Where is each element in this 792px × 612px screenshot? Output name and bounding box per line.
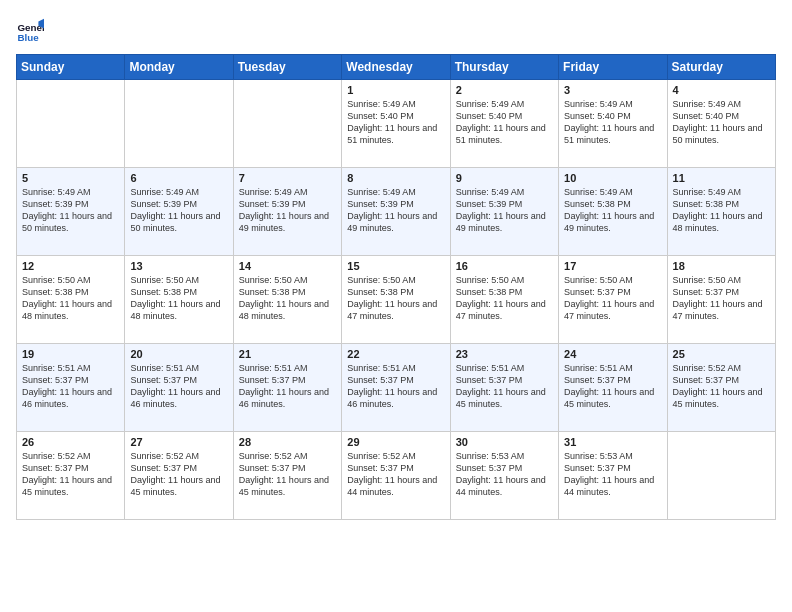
day-number: 18 bbox=[673, 260, 770, 272]
cell-info: Sunrise: 5:52 AMSunset: 5:37 PMDaylight:… bbox=[22, 450, 119, 499]
calendar-cell: 19Sunrise: 5:51 AMSunset: 5:37 PMDayligh… bbox=[17, 344, 125, 432]
calendar-cell: 29Sunrise: 5:52 AMSunset: 5:37 PMDayligh… bbox=[342, 432, 450, 520]
calendar-cell: 31Sunrise: 5:53 AMSunset: 5:37 PMDayligh… bbox=[559, 432, 667, 520]
cell-info: Sunrise: 5:53 AMSunset: 5:37 PMDaylight:… bbox=[456, 450, 553, 499]
calendar-cell: 27Sunrise: 5:52 AMSunset: 5:37 PMDayligh… bbox=[125, 432, 233, 520]
cell-info: Sunrise: 5:50 AMSunset: 5:38 PMDaylight:… bbox=[347, 274, 444, 323]
calendar-cell: 18Sunrise: 5:50 AMSunset: 5:37 PMDayligh… bbox=[667, 256, 775, 344]
calendar-cell bbox=[233, 80, 341, 168]
calendar-cell: 2Sunrise: 5:49 AMSunset: 5:40 PMDaylight… bbox=[450, 80, 558, 168]
day-number: 12 bbox=[22, 260, 119, 272]
day-number: 25 bbox=[673, 348, 770, 360]
day-number: 7 bbox=[239, 172, 336, 184]
calendar-cell: 15Sunrise: 5:50 AMSunset: 5:38 PMDayligh… bbox=[342, 256, 450, 344]
day-number: 1 bbox=[347, 84, 444, 96]
day-number: 26 bbox=[22, 436, 119, 448]
cell-info: Sunrise: 5:52 AMSunset: 5:37 PMDaylight:… bbox=[239, 450, 336, 499]
calendar-cell: 21Sunrise: 5:51 AMSunset: 5:37 PMDayligh… bbox=[233, 344, 341, 432]
day-number: 17 bbox=[564, 260, 661, 272]
calendar-cell: 9Sunrise: 5:49 AMSunset: 5:39 PMDaylight… bbox=[450, 168, 558, 256]
cell-info: Sunrise: 5:51 AMSunset: 5:37 PMDaylight:… bbox=[239, 362, 336, 411]
cell-info: Sunrise: 5:50 AMSunset: 5:38 PMDaylight:… bbox=[456, 274, 553, 323]
cell-info: Sunrise: 5:51 AMSunset: 5:37 PMDaylight:… bbox=[347, 362, 444, 411]
day-number: 10 bbox=[564, 172, 661, 184]
day-number: 16 bbox=[456, 260, 553, 272]
day-header-sunday: Sunday bbox=[17, 55, 125, 80]
calendar-cell: 17Sunrise: 5:50 AMSunset: 5:37 PMDayligh… bbox=[559, 256, 667, 344]
logo: General Blue bbox=[16, 16, 48, 44]
day-header-wednesday: Wednesday bbox=[342, 55, 450, 80]
day-number: 30 bbox=[456, 436, 553, 448]
calendar-cell: 30Sunrise: 5:53 AMSunset: 5:37 PMDayligh… bbox=[450, 432, 558, 520]
calendar-cell: 28Sunrise: 5:52 AMSunset: 5:37 PMDayligh… bbox=[233, 432, 341, 520]
cell-info: Sunrise: 5:49 AMSunset: 5:40 PMDaylight:… bbox=[456, 98, 553, 147]
calendar-cell: 6Sunrise: 5:49 AMSunset: 5:39 PMDaylight… bbox=[125, 168, 233, 256]
calendar-cell: 16Sunrise: 5:50 AMSunset: 5:38 PMDayligh… bbox=[450, 256, 558, 344]
day-number: 2 bbox=[456, 84, 553, 96]
day-number: 28 bbox=[239, 436, 336, 448]
cell-info: Sunrise: 5:50 AMSunset: 5:38 PMDaylight:… bbox=[22, 274, 119, 323]
day-number: 8 bbox=[347, 172, 444, 184]
day-number: 14 bbox=[239, 260, 336, 272]
day-number: 11 bbox=[673, 172, 770, 184]
cell-info: Sunrise: 5:49 AMSunset: 5:40 PMDaylight:… bbox=[347, 98, 444, 147]
cell-info: Sunrise: 5:50 AMSunset: 5:38 PMDaylight:… bbox=[130, 274, 227, 323]
cell-info: Sunrise: 5:51 AMSunset: 5:37 PMDaylight:… bbox=[22, 362, 119, 411]
cell-info: Sunrise: 5:53 AMSunset: 5:37 PMDaylight:… bbox=[564, 450, 661, 499]
cell-info: Sunrise: 5:49 AMSunset: 5:38 PMDaylight:… bbox=[564, 186, 661, 235]
calendar-cell: 26Sunrise: 5:52 AMSunset: 5:37 PMDayligh… bbox=[17, 432, 125, 520]
cell-info: Sunrise: 5:49 AMSunset: 5:39 PMDaylight:… bbox=[239, 186, 336, 235]
cell-info: Sunrise: 5:49 AMSunset: 5:40 PMDaylight:… bbox=[673, 98, 770, 147]
logo-icon: General Blue bbox=[16, 16, 44, 44]
calendar-cell: 10Sunrise: 5:49 AMSunset: 5:38 PMDayligh… bbox=[559, 168, 667, 256]
calendar-cell: 11Sunrise: 5:49 AMSunset: 5:38 PMDayligh… bbox=[667, 168, 775, 256]
cell-info: Sunrise: 5:49 AMSunset: 5:39 PMDaylight:… bbox=[456, 186, 553, 235]
day-number: 22 bbox=[347, 348, 444, 360]
day-number: 5 bbox=[22, 172, 119, 184]
calendar-cell: 4Sunrise: 5:49 AMSunset: 5:40 PMDaylight… bbox=[667, 80, 775, 168]
calendar-cell: 23Sunrise: 5:51 AMSunset: 5:37 PMDayligh… bbox=[450, 344, 558, 432]
calendar-cell bbox=[667, 432, 775, 520]
day-number: 27 bbox=[130, 436, 227, 448]
day-number: 3 bbox=[564, 84, 661, 96]
day-number: 15 bbox=[347, 260, 444, 272]
calendar-cell bbox=[17, 80, 125, 168]
cell-info: Sunrise: 5:49 AMSunset: 5:39 PMDaylight:… bbox=[347, 186, 444, 235]
cell-info: Sunrise: 5:51 AMSunset: 5:37 PMDaylight:… bbox=[456, 362, 553, 411]
day-header-saturday: Saturday bbox=[667, 55, 775, 80]
cell-info: Sunrise: 5:50 AMSunset: 5:37 PMDaylight:… bbox=[673, 274, 770, 323]
cell-info: Sunrise: 5:50 AMSunset: 5:37 PMDaylight:… bbox=[564, 274, 661, 323]
cell-info: Sunrise: 5:52 AMSunset: 5:37 PMDaylight:… bbox=[673, 362, 770, 411]
day-number: 13 bbox=[130, 260, 227, 272]
calendar-cell: 1Sunrise: 5:49 AMSunset: 5:40 PMDaylight… bbox=[342, 80, 450, 168]
day-number: 29 bbox=[347, 436, 444, 448]
calendar-cell: 8Sunrise: 5:49 AMSunset: 5:39 PMDaylight… bbox=[342, 168, 450, 256]
day-number: 4 bbox=[673, 84, 770, 96]
cell-info: Sunrise: 5:49 AMSunset: 5:39 PMDaylight:… bbox=[22, 186, 119, 235]
calendar-cell: 20Sunrise: 5:51 AMSunset: 5:37 PMDayligh… bbox=[125, 344, 233, 432]
day-number: 6 bbox=[130, 172, 227, 184]
day-number: 23 bbox=[456, 348, 553, 360]
day-header-monday: Monday bbox=[125, 55, 233, 80]
calendar-cell bbox=[125, 80, 233, 168]
calendar-table: SundayMondayTuesdayWednesdayThursdayFrid… bbox=[16, 54, 776, 520]
day-header-thursday: Thursday bbox=[450, 55, 558, 80]
cell-info: Sunrise: 5:49 AMSunset: 5:40 PMDaylight:… bbox=[564, 98, 661, 147]
day-number: 31 bbox=[564, 436, 661, 448]
day-number: 20 bbox=[130, 348, 227, 360]
cell-info: Sunrise: 5:49 AMSunset: 5:39 PMDaylight:… bbox=[130, 186, 227, 235]
calendar-cell: 22Sunrise: 5:51 AMSunset: 5:37 PMDayligh… bbox=[342, 344, 450, 432]
cell-info: Sunrise: 5:50 AMSunset: 5:38 PMDaylight:… bbox=[239, 274, 336, 323]
cell-info: Sunrise: 5:52 AMSunset: 5:37 PMDaylight:… bbox=[347, 450, 444, 499]
calendar-cell: 5Sunrise: 5:49 AMSunset: 5:39 PMDaylight… bbox=[17, 168, 125, 256]
day-number: 9 bbox=[456, 172, 553, 184]
svg-text:Blue: Blue bbox=[17, 32, 39, 43]
calendar-cell: 3Sunrise: 5:49 AMSunset: 5:40 PMDaylight… bbox=[559, 80, 667, 168]
calendar-cell: 12Sunrise: 5:50 AMSunset: 5:38 PMDayligh… bbox=[17, 256, 125, 344]
calendar-cell: 25Sunrise: 5:52 AMSunset: 5:37 PMDayligh… bbox=[667, 344, 775, 432]
day-number: 19 bbox=[22, 348, 119, 360]
cell-info: Sunrise: 5:49 AMSunset: 5:38 PMDaylight:… bbox=[673, 186, 770, 235]
cell-info: Sunrise: 5:51 AMSunset: 5:37 PMDaylight:… bbox=[564, 362, 661, 411]
calendar-cell: 14Sunrise: 5:50 AMSunset: 5:38 PMDayligh… bbox=[233, 256, 341, 344]
calendar-cell: 7Sunrise: 5:49 AMSunset: 5:39 PMDaylight… bbox=[233, 168, 341, 256]
